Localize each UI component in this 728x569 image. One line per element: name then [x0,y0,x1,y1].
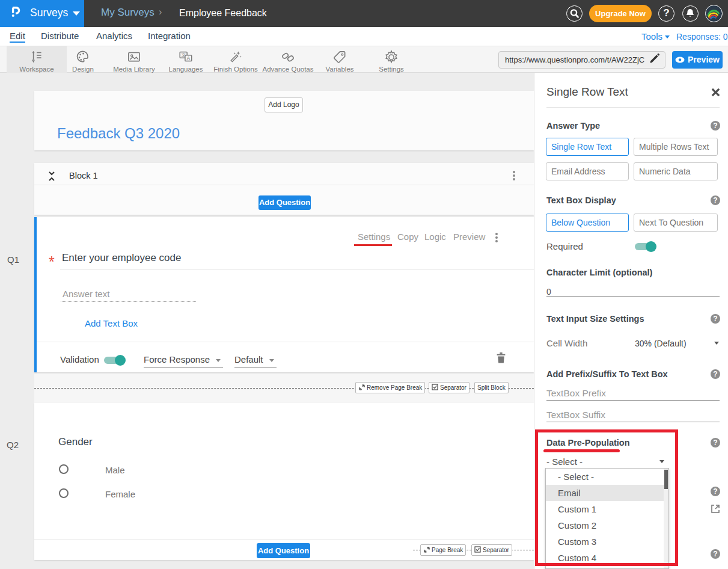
svg-text:A: A [186,55,190,61]
